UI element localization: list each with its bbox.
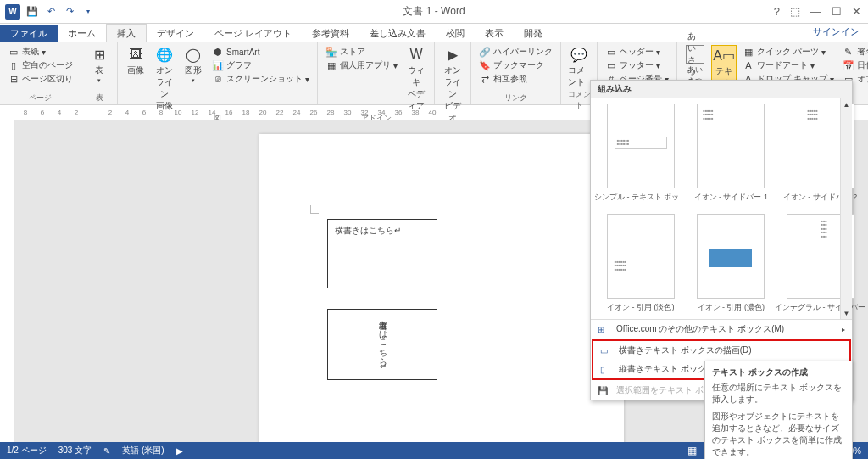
bookmark-button[interactable]: 🔖ブックマーク [476,59,555,72]
group-label: 表 [86,92,112,104]
status-words[interactable]: 303 文字 [58,445,92,456]
status-lang[interactable]: 英語 (米国) [122,445,164,456]
picture-button[interactable]: 🖼画像 [123,45,148,76]
tooltip: テキスト ボックスの作成 任意の場所にテキスト ボックスを挿入します。 図形やオ… [704,361,853,459]
view-print-icon[interactable]: ▦ [687,445,697,456]
minimize-icon[interactable]: — [810,5,821,18]
macro-icon[interactable]: ▶ [176,446,183,456]
myapps-button[interactable]: ▦個人用アプリ ▾ [323,59,400,72]
gallery-item-integral-side[interactable]: ■■■■■■■■■■■■■■■インテグラル - サイドバー [771,209,868,319]
store-button[interactable]: 🏪ストア [323,45,400,59]
store-icon: 🏪 [326,46,337,58]
textbox-icon: A▭ [715,46,733,64]
gallery-item-ion-side2[interactable]: ■■■■■■■■■■■■■■■イオン - サイドバー 2 [771,98,868,209]
gallery-scrollbar[interactable]: ▲ ▼ [840,98,852,319]
gallery-item-ion-quote-light[interactable]: ■■■■■■■■■■■■■■■■■■イオン - 引用 (淡色) [591,209,691,319]
proofing-icon[interactable]: ✎ [103,446,110,456]
close-icon[interactable]: ✕ [852,5,861,18]
wikipedia-button[interactable]: Wウィキ ペディア [403,45,429,112]
picture-icon: 🖼 [126,45,145,64]
redo-icon[interactable]: ↷ [63,5,76,19]
page: 横書きはこちら↵ 縦書きはこちら↵ [259,134,624,457]
footer-icon: ▭ [605,59,617,71]
save-icon[interactable]: 💾 [25,5,39,19]
ribbon-collapse-icon[interactable]: ⬚ [790,5,800,18]
hyperlink-button[interactable]: 🔗ハイパーリンク [476,45,555,59]
tab-home[interactable]: ホーム [58,25,106,42]
help-icon[interactable]: ? [774,5,780,18]
comment-icon: 💬 [570,45,588,64]
draw-h-icon: ▭ [600,346,614,355]
online-video-button[interactable]: ▶オンライン ビデオ [440,45,465,124]
page-break-button[interactable]: ⊟ページ区切り [5,72,75,86]
header-icon: ▭ [605,46,617,58]
maximize-icon[interactable]: ☐ [832,5,842,18]
header-button[interactable]: ▭ヘッダー ▾ [603,45,671,59]
group-label: コメント [566,88,592,111]
wordart-button[interactable]: Aワードアート ▾ [740,59,837,72]
crossref-button[interactable]: ⇄相互参照 [476,72,555,86]
blank-page-icon: ▯ [8,59,19,71]
tab-mailings[interactable]: 差し込み文書 [359,25,436,42]
scroll-down-icon[interactable]: ▼ [841,307,852,319]
sigline-button[interactable]: ✎署名欄 ▾ [840,45,868,59]
group-media: ▶オンライン ビデオ メディア [435,42,471,104]
wikipedia-icon: W [407,45,426,64]
gallery-item-ion-quote-dark[interactable]: イオン - 引用 (濃色) [691,209,772,319]
office-icon: ⊞ [598,325,611,334]
title-bar: W 💾 ↶ ↷ ▾ 文書 1 - Word ? ⬚ — ☐ ✕ [0,0,868,24]
bookmark-icon: 🔖 [479,59,491,71]
tab-file[interactable]: ファイル [0,25,58,42]
textbox-gallery-dropdown: 組み込み ■■■■■■■■■■■■シンプル - テキスト ボッ… ■■■■■■■… [590,80,853,400]
datetime-button[interactable]: 📅日付と時刻 [840,59,868,72]
myapps-icon: ▦ [326,59,337,71]
chart-button[interactable]: 📊グラフ [209,59,312,72]
blank-page-button[interactable]: ▯空白のページ [5,59,75,72]
tab-review[interactable]: 校閲 [436,25,475,42]
qat-dropdown-icon[interactable]: ▾ [81,5,95,19]
tab-references[interactable]: 参考資料 [302,25,359,42]
table-icon: ⊞ [90,45,108,64]
wordart-icon: A [743,59,754,71]
margin-corner [310,205,319,214]
tooltip-body2: 図形やオブジェクトにテキストを追加するときなど、必要なサイズのテキスト ボックス… [712,411,845,458]
group-label: リンク [476,92,555,104]
page-break-icon: ⊟ [8,73,19,85]
textbox-horizontal[interactable]: 横書きはこちら↵ [327,219,437,288]
gallery-grid: ■■■■■■■■■■■■シンプル - テキスト ボッ… ■■■■■■■■■■■■… [591,98,852,319]
screenshot-button[interactable]: ⎚スクリーンショット ▾ [209,72,312,86]
scroll-up-icon[interactable]: ▲ [841,98,852,110]
smartart-icon: ⬢ [212,46,224,58]
smartart-button[interactable]: ⬢SmartArt [209,45,312,59]
tab-insert[interactable]: 挿入 [106,24,147,42]
quickparts-button[interactable]: ▦クイック パーツ ▾ [740,45,837,59]
tab-design[interactable]: デザイン [147,25,204,42]
chart-icon: 📊 [212,59,224,71]
draw-horizontal-textbox[interactable]: ▭横書きテキスト ボックスの描画(D) [593,341,849,360]
signin-link[interactable]: サインイン [813,25,860,38]
online-picture-button[interactable]: 🌐オンライン 画像 [152,45,177,112]
gallery-item-simple[interactable]: ■■■■■■■■■■■■シンプル - テキスト ボッ… [591,98,691,209]
quickparts-icon: ▦ [743,46,754,58]
tab-view[interactable]: 表示 [475,25,514,42]
tab-dev[interactable]: 開発 [514,25,553,42]
footer-button[interactable]: ▭フッター ▾ [603,59,671,72]
textbox-vertical[interactable]: 縦書きはこちら↵ [327,309,437,380]
gallery-item-ion-side1[interactable]: ■■■■■■■■■■■■■■■イオン - サイドバー 1 [691,98,772,209]
cover-page-icon: ▭ [8,46,19,58]
ruler-vertical[interactable] [0,120,15,457]
tab-layout[interactable]: ページ レイアウト [204,25,302,42]
undo-icon[interactable]: ↶ [44,5,58,19]
sigline-icon: ✎ [843,46,854,58]
group-label: ページ [5,92,75,104]
draw-v-icon: ▯ [600,365,614,374]
more-from-office[interactable]: ⊞Office.com のその他のテキスト ボックス(M)▸ [591,320,852,339]
shapes-icon: ◯ [184,45,203,64]
table-button[interactable]: ⊞表▾ [86,45,112,84]
cover-page-button[interactable]: ▭表紙 ▾ [5,45,75,59]
greeting-icon: あいさつ [686,45,704,64]
shapes-button[interactable]: ◯図形▾ [181,45,206,84]
screenshot-icon: ⎚ [212,73,224,85]
status-page[interactable]: 1/2 ページ [7,445,47,456]
comment-button[interactable]: 💬コメント [566,45,592,88]
